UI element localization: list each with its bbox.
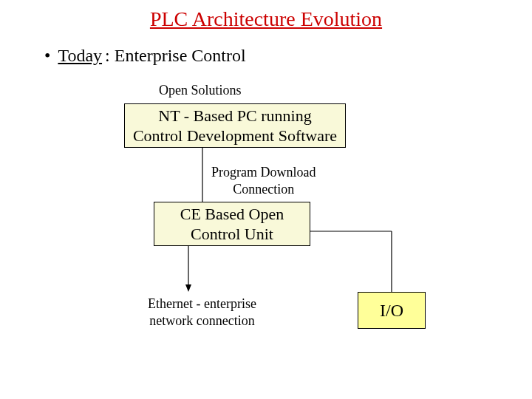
open-solutions-label: Open Solutions <box>159 83 242 98</box>
bullet-dot-icon: • <box>44 46 50 66</box>
nt-line2: Control Development Software <box>133 126 337 145</box>
program-download-label: Program Download Connection <box>211 164 316 197</box>
ce-line1: CE Based Open <box>180 205 284 223</box>
nt-pc-box: NT - Based PC running Control Developmen… <box>124 103 346 148</box>
program-l2: Connection <box>233 182 294 197</box>
bullet-item: • Today : Enterprise Control <box>44 46 246 66</box>
io-label: I/O <box>380 301 403 321</box>
page-title: PLC Architecture Evolution <box>0 7 532 31</box>
ce-line2: Control Unit <box>191 225 273 243</box>
ethernet-l2: network connection <box>149 313 254 328</box>
bullet-today: Today <box>58 46 102 66</box>
ethernet-label: Ethernet - enterprise network connection <box>148 296 256 329</box>
ce-control-unit-box: CE Based Open Control Unit <box>154 202 310 246</box>
program-l1: Program Download <box>211 165 316 180</box>
svg-marker-4 <box>185 284 191 292</box>
nt-line1: NT - Based PC running <box>158 106 311 125</box>
ethernet-l1: Ethernet - enterprise <box>148 296 256 311</box>
bullet-rest: : Enterprise Control <box>105 46 246 66</box>
io-box: I/O <box>358 292 426 329</box>
